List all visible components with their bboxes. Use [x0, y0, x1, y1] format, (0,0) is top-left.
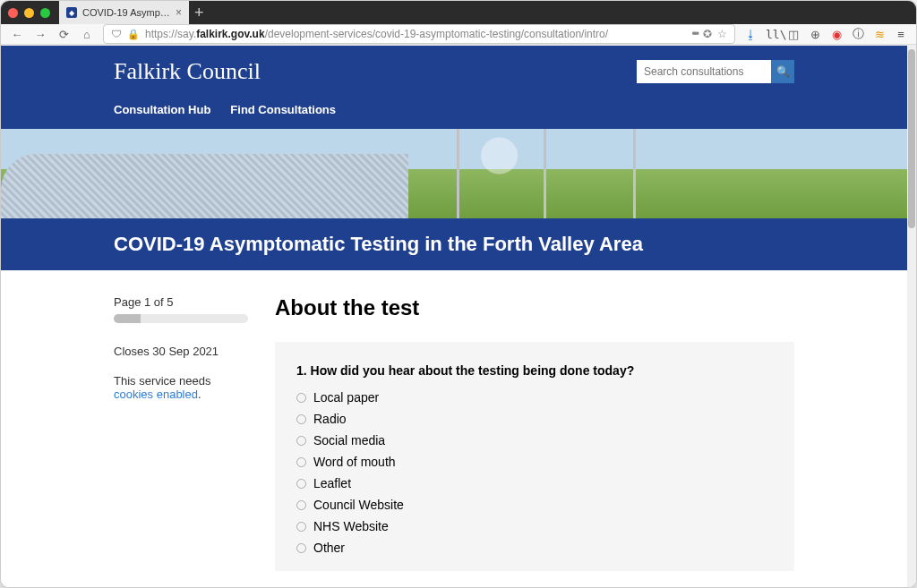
sidebar: Page 1 of 5 Closes 30 Sep 2021 This serv…: [114, 295, 248, 571]
page: Falkirk Council 🔍 Consultation Hub Find …: [1, 46, 907, 588]
search-input[interactable]: [637, 60, 771, 83]
traffic-lights: [8, 8, 50, 18]
option-word-of-mouth[interactable]: Word of mouth: [296, 455, 773, 469]
search-icon: 🔍: [776, 65, 790, 78]
page-scroll[interactable]: Falkirk Council 🔍 Consultation Hub Find …: [1, 46, 907, 588]
progress-bar: [114, 314, 248, 323]
radio-icon: [296, 500, 306, 510]
scrollbar-thumb[interactable]: [908, 49, 915, 228]
url-bar[interactable]: 🛡 🔒 https://say.falkirk.gov.uk/developme…: [103, 24, 735, 44]
site-brand[interactable]: Falkirk Council: [114, 58, 261, 85]
minimize-window-button[interactable]: [24, 8, 34, 18]
tab-title: COVID-19 Asymptomatic Testi...: [82, 7, 170, 18]
extension-orange-icon[interactable]: ≋: [873, 28, 886, 41]
sidebar-icon[interactable]: ◫: [787, 28, 800, 41]
maximize-window-button[interactable]: [40, 8, 50, 18]
url-host: falkirk.gov.uk: [196, 28, 264, 40]
url-path: /development-services/covid-19-asymptoma…: [265, 28, 609, 40]
option-label: Word of mouth: [313, 455, 396, 469]
cookies-post: .: [198, 388, 201, 401]
close-window-button[interactable]: [8, 8, 18, 18]
radio-icon: [296, 436, 306, 446]
page-title: COVID-19 Asymptomatic Testing in the For…: [114, 233, 794, 256]
new-tab-button[interactable]: +: [194, 4, 204, 22]
option-social-media[interactable]: Social media: [296, 433, 773, 447]
menu-icon[interactable]: ≡: [895, 28, 907, 41]
cookies-notice: This service needs cookies enabled.: [114, 374, 248, 401]
option-radio[interactable]: Radio: [296, 412, 773, 426]
content: Page 1 of 5 Closes 30 Sep 2021 This serv…: [114, 270, 794, 588]
url-text: https://say.falkirk.gov.uk/development-s…: [145, 28, 686, 40]
browser-toolbar: ← → ⟳ ⌂ 🛡 🔒 https://say.falkirk.gov.uk/d…: [1, 24, 916, 45]
back-button[interactable]: ←: [10, 28, 24, 41]
radio-icon: [296, 393, 306, 403]
page-counter: Page 1 of 5: [114, 295, 248, 309]
question-card: 1. How did you hear about the testing be…: [275, 342, 794, 571]
option-label: Local paper: [313, 390, 379, 405]
option-label: Council Website: [313, 498, 404, 512]
reader-icon[interactable]: •••: [691, 28, 698, 40]
protection-icon[interactable]: ✪: [703, 28, 712, 40]
vertical-scrollbar[interactable]: [907, 46, 916, 588]
browser-tab[interactable]: ◆ COVID-19 Asymptomatic Testi... ×: [59, 1, 189, 24]
option-label: Social media: [313, 433, 385, 447]
option-local-paper[interactable]: Local paper: [296, 390, 773, 405]
question-text: 1. How did you hear about the testing be…: [296, 363, 773, 378]
site-header: Falkirk Council 🔍 Consultation Hub Find …: [1, 46, 907, 129]
option-other[interactable]: Other: [296, 541, 773, 555]
url-prefix: https://say.: [145, 28, 196, 40]
forward-button[interactable]: →: [33, 28, 47, 41]
cookies-pre: This service needs: [114, 374, 210, 388]
lock-icon: 🔒: [127, 29, 140, 40]
viewport: Falkirk Council 🔍 Consultation Hub Find …: [1, 45, 916, 588]
nav-consultation-hub[interactable]: Consultation Hub: [114, 103, 210, 116]
progress-fill: [114, 314, 141, 323]
radio-icon: [296, 457, 306, 467]
option-label: NHS Website: [313, 519, 389, 533]
radio-icon: [296, 543, 306, 553]
options-list: Local paper Radio Social media Word of m…: [296, 390, 773, 555]
shield-icon: 🛡: [111, 28, 122, 40]
option-leaflet[interactable]: Leaflet: [296, 476, 773, 490]
radio-icon: [296, 522, 306, 532]
radio-icon: [296, 479, 306, 489]
section-heading: About the test: [275, 295, 794, 320]
option-nhs-website[interactable]: NHS Website: [296, 519, 773, 533]
closes-date: Closes 30 Sep 2021: [114, 345, 248, 358]
cookies-link[interactable]: cookies enabled: [114, 388, 198, 401]
radio-icon: [296, 414, 306, 424]
option-label: Leaflet: [313, 476, 351, 490]
bookmark-star-icon[interactable]: ☆: [717, 28, 727, 40]
site-search: 🔍: [637, 60, 794, 83]
option-label: Other: [313, 541, 345, 555]
library-icon[interactable]: ll\: [766, 28, 778, 41]
toolbar-right: ⭳ ll\ ◫ ⊕ ◉ ⓘ ≋ ≡: [744, 26, 907, 42]
main: About the test 1. How did you hear about…: [275, 295, 794, 571]
search-button[interactable]: 🔍: [771, 60, 794, 83]
extension-red-icon[interactable]: ◉: [830, 28, 843, 41]
downloads-icon[interactable]: ⭳: [744, 28, 757, 41]
window-titlebar: ◆ COVID-19 Asymptomatic Testi... × +: [1, 1, 916, 24]
account-icon[interactable]: ⊕: [809, 28, 821, 41]
reload-button[interactable]: ⟳: [56, 28, 71, 41]
page-title-bar: COVID-19 Asymptomatic Testing in the For…: [1, 218, 907, 270]
tab-favicon: ◆: [66, 7, 77, 18]
hero-image: [1, 129, 907, 218]
nav-find-consultations[interactable]: Find Consultations: [230, 103, 336, 116]
option-label: Radio: [313, 412, 347, 426]
primary-nav: Consultation Hub Find Consultations: [114, 85, 794, 129]
extension-info-icon[interactable]: ⓘ: [852, 26, 864, 42]
tab-close-icon[interactable]: ×: [176, 6, 182, 19]
home-button[interactable]: ⌂: [80, 28, 94, 41]
option-council-website[interactable]: Council Website: [296, 498, 773, 512]
browser-window: ◆ COVID-19 Asymptomatic Testi... × + ← →…: [0, 0, 917, 588]
